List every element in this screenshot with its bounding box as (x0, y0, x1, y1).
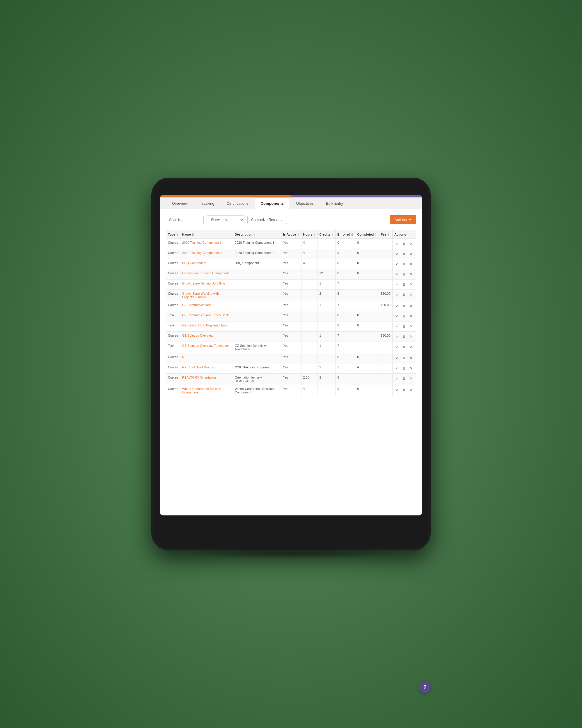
cell-name[interactable]: NYIC IFA Joint Program (180, 363, 233, 373)
cell-name[interactable]: N (180, 353, 233, 363)
tab-overview[interactable]: Overview (166, 198, 194, 209)
cell-description: 2020 Training Component 2 (233, 249, 281, 259)
cell-name[interactable]: GZ Setting Up Billing Teachback (180, 321, 233, 332)
cell-name[interactable]: GZ Communications (180, 301, 233, 311)
delete-icon[interactable]: ✕ (408, 261, 414, 267)
copy-icon[interactable]: ⧉ (401, 261, 407, 267)
copy-icon[interactable]: ⧉ (401, 313, 407, 319)
cell-credits (317, 385, 335, 396)
check-icon[interactable]: ✓ (394, 313, 400, 319)
cell-name[interactable]: GrowthZone Setting Up Billing (180, 280, 233, 290)
col-hours[interactable]: Hours ⇅ (301, 230, 317, 239)
copy-icon[interactable]: ⧉ (401, 241, 407, 246)
cell-name[interactable]: GZ Communications Teach Back (180, 311, 233, 321)
copy-icon[interactable]: ⧉ (401, 271, 407, 277)
table-row: CourseGZ Solution OverviewYes17$50.00 ✓ … (166, 332, 416, 342)
check-icon[interactable]: ✓ (394, 375, 400, 382)
check-icon[interactable]: ✓ (394, 323, 400, 329)
col-enrolled[interactable]: Enrolled ⇅ (335, 230, 355, 239)
help-button[interactable]: ? (419, 681, 431, 693)
cell-type: Course (166, 385, 181, 396)
customize-results-button[interactable]: Customize Results... (247, 216, 287, 224)
copy-icon[interactable]: ⧉ (401, 303, 407, 309)
delete-icon[interactable]: ✕ (408, 323, 414, 329)
cell-completed: 4 (355, 363, 379, 373)
tab-bulk-entry[interactable]: Bulk Entry (320, 198, 349, 209)
check-icon[interactable]: ✓ (394, 303, 400, 309)
cell-hours (301, 363, 317, 373)
copy-icon[interactable]: ⧉ (401, 375, 407, 382)
cell-name[interactable]: BBQ Component (180, 259, 233, 269)
tab-objectives[interactable]: Objectives (290, 198, 320, 209)
col-credits[interactable]: Credits ⇅ (317, 230, 335, 239)
cell-credits: 1 (317, 342, 335, 353)
check-icon[interactable]: ✓ (394, 344, 400, 350)
copy-icon[interactable]: ⧉ (401, 323, 407, 329)
cell-enrolled: 0 (335, 249, 355, 259)
copy-icon[interactable]: ⧉ (401, 387, 407, 393)
delete-icon[interactable]: ✕ (408, 292, 414, 297)
delete-icon[interactable]: ✕ (408, 271, 414, 277)
delete-icon[interactable]: ✕ (408, 282, 414, 287)
delete-icon[interactable]: ✕ (408, 334, 414, 340)
copy-icon[interactable]: ⧉ (401, 334, 407, 340)
copy-icon[interactable]: ⧉ (401, 355, 407, 361)
components-table: Type ⇅ Name ⇅ Description ⇅ Is Active ⇅ … (166, 230, 416, 396)
check-icon[interactable]: ✓ (394, 241, 400, 246)
cell-name[interactable]: GZ Solution Overview (180, 332, 233, 342)
tab-certifications[interactable]: Certifications (221, 198, 255, 209)
copy-icon[interactable]: ⧉ (401, 251, 407, 257)
check-icon[interactable]: ✓ (394, 334, 400, 340)
cell-type: Task (166, 311, 181, 321)
copy-icon[interactable]: ⧉ (401, 292, 407, 297)
cell-enrolled: 0 (335, 321, 355, 332)
col-name[interactable]: Name ⇅ (180, 230, 233, 239)
actions-dropdown-button[interactable]: Actions (390, 215, 416, 224)
cell-actions: ✓ ⧉ ✕ (392, 332, 416, 342)
copy-icon[interactable]: ⧉ (401, 344, 407, 350)
cell-name[interactable]: Greensboro Training Component (180, 269, 233, 280)
cell-name[interactable]: GrowthZone Working with Projects & Tasks (180, 290, 233, 301)
cell-name[interactable]: GZ Solution Overview Teachback (180, 342, 233, 353)
check-icon[interactable]: ✓ (394, 292, 400, 297)
copy-icon[interactable]: ⧉ (401, 365, 407, 371)
cell-enrolled: 0 (335, 259, 355, 269)
col-completed[interactable]: Completed ⇅ (355, 230, 379, 239)
delete-icon[interactable]: ✕ (408, 365, 414, 371)
search-input[interactable] (166, 216, 204, 224)
cell-actions: ✓ ⧉ ✕ (392, 311, 416, 321)
cell-is-active: Yes (281, 301, 301, 311)
cell-name[interactable]: REALTOR® Orientation (180, 373, 233, 385)
col-type[interactable]: Type ⇅ (166, 230, 181, 239)
check-icon[interactable]: ✓ (394, 355, 400, 361)
show-only-select[interactable]: Show only... Active Inactive (206, 215, 244, 224)
delete-icon[interactable]: ✕ (408, 241, 414, 246)
copy-icon[interactable]: ⧉ (401, 282, 407, 287)
tab-tracking[interactable]: Tracking (194, 198, 220, 209)
delete-icon[interactable]: ✕ (408, 387, 414, 393)
cell-name[interactable]: Winter Conference Session Component (180, 385, 233, 396)
cell-name[interactable]: 2020 Training Component 1 (180, 239, 233, 249)
cell-actions: ✓ ⧉ ✕ (392, 249, 416, 259)
delete-icon[interactable]: ✕ (408, 313, 414, 319)
col-description[interactable]: Description ⇅ (233, 230, 281, 239)
cell-credits (317, 259, 335, 269)
check-icon[interactable]: ✓ (394, 251, 400, 257)
check-icon[interactable]: ✓ (394, 261, 400, 267)
col-fee[interactable]: Fee ⇅ (379, 230, 393, 239)
check-icon[interactable]: ✓ (394, 271, 400, 277)
check-icon[interactable]: ✓ (394, 365, 400, 371)
delete-icon[interactable]: ✕ (408, 344, 414, 350)
tab-components[interactable]: Components (255, 198, 290, 209)
delete-icon[interactable]: ✕ (408, 251, 414, 257)
cell-name[interactable]: 2020 Training Component 2 (180, 249, 233, 259)
cell-enrolled: 0 (335, 239, 355, 249)
delete-icon[interactable]: ✕ (408, 355, 414, 361)
col-is-active[interactable]: Is Active ⇅ (281, 230, 301, 239)
delete-icon[interactable]: ✕ (408, 375, 414, 382)
cell-is-active: Yes (281, 321, 301, 332)
cell-description: 2020 Training Component 1 (233, 239, 281, 249)
delete-icon[interactable]: ✕ (408, 303, 414, 309)
check-icon[interactable]: ✓ (394, 282, 400, 287)
check-icon[interactable]: ✓ (394, 387, 400, 393)
